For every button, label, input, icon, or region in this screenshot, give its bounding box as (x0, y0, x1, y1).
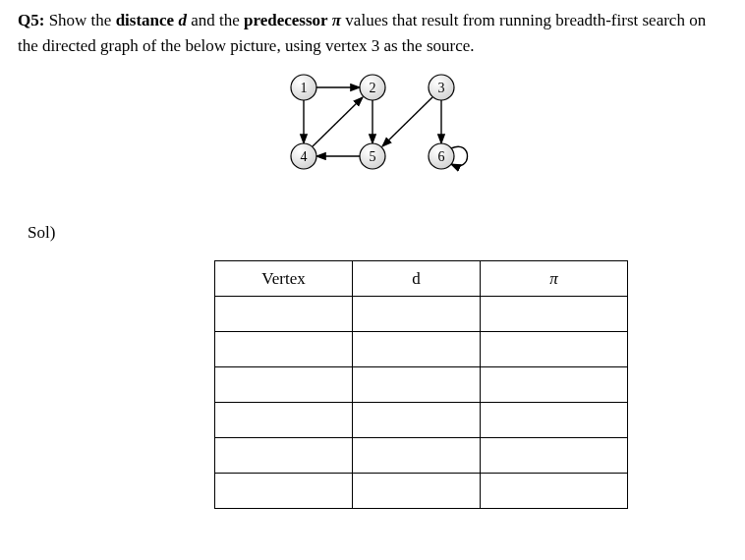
sol-heading: Sol) (28, 223, 727, 243)
svg-text:2: 2 (370, 81, 376, 95)
table-row (215, 474, 628, 509)
question-text: Q5: Show the distance d and the predeces… (18, 8, 727, 58)
bfs-table-wrap: Vertex d π (214, 260, 727, 509)
cell-vertex (215, 367, 353, 403)
cell-pi (481, 332, 628, 367)
table-row (215, 297, 628, 332)
cell-d (353, 403, 481, 438)
svg-text:4: 4 (301, 149, 308, 164)
cell-d (353, 297, 481, 332)
svg-text:5: 5 (370, 149, 376, 164)
node-2: 2 (360, 75, 385, 100)
cell-d (353, 367, 481, 403)
table-row (215, 332, 628, 367)
node-4: 4 (291, 143, 316, 169)
bfs-table: Vertex d π (214, 260, 628, 509)
term-distance: distance (116, 11, 175, 29)
header-d: d (353, 261, 481, 297)
graph-figure: 1 2 3 4 5 6 (274, 68, 471, 196)
term-d: d (174, 11, 187, 29)
cell-vertex (215, 474, 353, 509)
header-pi: π (481, 261, 628, 297)
svg-text:1: 1 (301, 81, 308, 95)
cell-vertex (215, 438, 353, 474)
node-1: 1 (291, 75, 316, 100)
node-5: 5 (360, 143, 385, 169)
question-label: Q5: (18, 11, 44, 29)
header-vertex: Vertex (215, 261, 353, 297)
cell-d (353, 438, 481, 474)
edge-4-2 (313, 97, 363, 146)
cell-vertex (215, 297, 353, 332)
cell-pi (481, 403, 628, 438)
node-6: 6 (429, 143, 454, 169)
term-predecessor: predecessor (244, 11, 328, 29)
svg-text:6: 6 (438, 149, 445, 164)
cell-pi (481, 367, 628, 403)
cell-d (353, 332, 481, 367)
term-pi: π (328, 11, 342, 29)
table-row (215, 403, 628, 438)
cell-pi (481, 438, 628, 474)
cell-pi (481, 474, 628, 509)
node-3: 3 (429, 75, 454, 100)
svg-text:3: 3 (438, 81, 445, 95)
cell-vertex (215, 403, 353, 438)
cell-pi (481, 297, 628, 332)
cell-vertex (215, 332, 353, 367)
table-row (215, 367, 628, 403)
table-header-row: Vertex d π (215, 261, 628, 297)
table-row (215, 438, 628, 474)
cell-d (353, 474, 481, 509)
edge-3-5 (382, 97, 432, 146)
